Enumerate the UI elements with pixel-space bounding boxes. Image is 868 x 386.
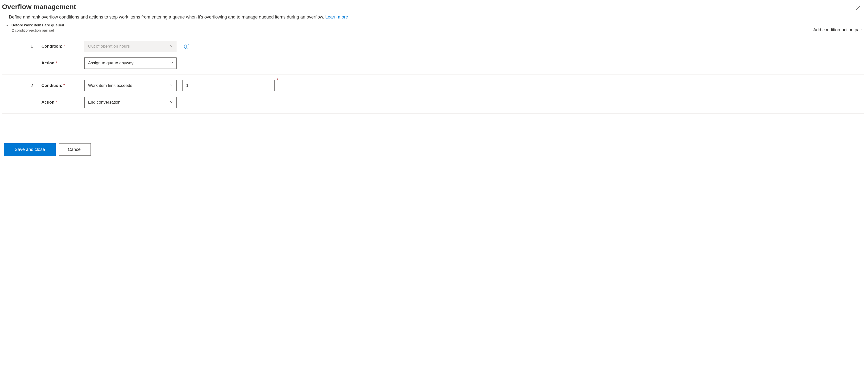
action-value: Assign to queue anyway xyxy=(88,61,133,66)
condition-action-pair: 2Condition:*Work item limit exceeds*.Act… xyxy=(2,75,864,114)
condition-action-pair: 1Condition:*Out of operation hours.Actio… xyxy=(2,35,864,75)
svg-point-5 xyxy=(186,45,187,46)
page-title: Overflow management xyxy=(2,3,76,11)
required-indicator: * xyxy=(277,78,278,82)
chevron-down-icon xyxy=(170,100,173,105)
condition-label: Condition:* xyxy=(41,83,79,88)
condition-label-text: Condition: xyxy=(41,44,62,49)
action-value: End conversation xyxy=(88,100,120,105)
page-description: Define and rank overflow conditions and … xyxy=(2,14,864,21)
condition-select[interactable]: Work item limit exceeds xyxy=(84,80,177,91)
condition-label-text: Condition: xyxy=(41,83,62,88)
chevron-down-icon xyxy=(170,83,173,88)
description-text: Define and rank overflow conditions and … xyxy=(9,14,325,20)
condition-value: Out of operation hours xyxy=(88,44,130,49)
action-label: Action* xyxy=(41,61,79,66)
chevron-down-icon xyxy=(170,61,173,66)
condition-select: Out of operation hours xyxy=(84,41,177,52)
section-title: Before work items are queued xyxy=(11,23,64,27)
required-indicator: * xyxy=(63,83,65,88)
action-label-text: Action xyxy=(41,61,55,65)
section-toggle[interactable] xyxy=(5,24,9,28)
action-label-text: Action xyxy=(41,100,55,105)
condition-value: Work item limit exceeds xyxy=(88,83,132,88)
close-button[interactable] xyxy=(854,4,862,12)
pair-index: 2 xyxy=(31,83,35,88)
chevron-down-icon xyxy=(5,24,9,27)
add-condition-action-pair-button[interactable]: Add condition-action pair xyxy=(807,27,862,33)
chevron-down-icon xyxy=(170,44,173,49)
required-indicator: * xyxy=(56,100,57,105)
info-icon[interactable] xyxy=(184,43,189,49)
required-indicator: * xyxy=(56,61,57,65)
plus-icon xyxy=(807,28,811,32)
learn-more-link[interactable]: Learn more xyxy=(325,14,348,20)
close-icon xyxy=(856,6,860,10)
action-label: Action* xyxy=(41,100,79,105)
pair-index: 1 xyxy=(31,44,35,49)
condition-label: Condition:* xyxy=(41,44,79,49)
cancel-button[interactable]: Cancel xyxy=(59,143,91,156)
add-pair-label: Add condition-action pair xyxy=(813,27,862,33)
section-subtitle: 2 condition-action pair set xyxy=(11,28,64,32)
required-indicator: * xyxy=(63,44,65,49)
save-and-close-button[interactable]: Save and close xyxy=(4,143,56,156)
limit-value-input[interactable] xyxy=(183,80,275,91)
action-select[interactable]: End conversation xyxy=(84,97,177,108)
action-select[interactable]: Assign to queue anyway xyxy=(84,57,177,69)
